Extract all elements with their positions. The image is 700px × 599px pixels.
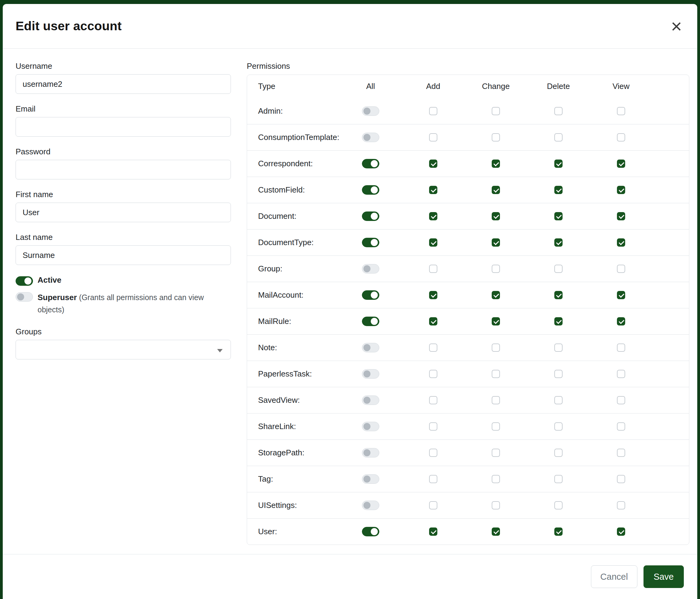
permission-change-checkbox[interactable] bbox=[492, 501, 500, 509]
permission-add-checkbox[interactable] bbox=[429, 212, 438, 220]
permission-add-checkbox[interactable] bbox=[429, 186, 438, 194]
cancel-button[interactable]: Cancel bbox=[591, 566, 638, 588]
permission-delete-checkbox[interactable] bbox=[554, 186, 562, 194]
permission-change-checkbox[interactable] bbox=[492, 343, 500, 352]
permission-delete-checkbox[interactable] bbox=[554, 265, 562, 273]
permission-add-checkbox[interactable] bbox=[429, 396, 438, 404]
permission-add-checkbox[interactable] bbox=[429, 107, 438, 115]
permission-all-toggle[interactable] bbox=[362, 264, 379, 273]
permission-view-checkbox[interactable] bbox=[617, 501, 625, 509]
username-input[interactable] bbox=[16, 74, 231, 94]
permission-view-checkbox[interactable] bbox=[617, 422, 625, 431]
permission-delete-checkbox[interactable] bbox=[554, 422, 562, 431]
active-toggle[interactable] bbox=[16, 276, 33, 286]
permission-type-label: Document: bbox=[247, 212, 339, 221]
permission-delete-checkbox[interactable] bbox=[554, 475, 562, 483]
permission-delete-checkbox[interactable] bbox=[554, 396, 562, 404]
permission-delete-checkbox[interactable] bbox=[554, 370, 562, 378]
permission-delete-checkbox[interactable] bbox=[554, 317, 562, 326]
permission-all-toggle[interactable] bbox=[362, 159, 379, 168]
permission-view-checkbox[interactable] bbox=[617, 291, 625, 299]
password-field[interactable] bbox=[16, 160, 231, 179]
permission-all-toggle[interactable] bbox=[362, 343, 379, 352]
permission-add-checkbox[interactable] bbox=[429, 449, 438, 457]
permission-change-checkbox[interactable] bbox=[492, 212, 500, 220]
permission-change-checkbox[interactable] bbox=[492, 291, 500, 299]
permission-change-checkbox[interactable] bbox=[492, 160, 500, 168]
permission-change-checkbox[interactable] bbox=[492, 133, 500, 142]
permission-all-toggle[interactable] bbox=[362, 396, 379, 405]
permission-add-checkbox[interactable] bbox=[429, 265, 438, 273]
permission-delete-checkbox[interactable] bbox=[554, 133, 562, 142]
permission-all-toggle[interactable] bbox=[362, 185, 379, 195]
permission-change-checkbox[interactable] bbox=[492, 238, 500, 247]
first-name-input[interactable] bbox=[16, 202, 231, 222]
close-icon[interactable]: × bbox=[669, 17, 684, 36]
permission-change-checkbox[interactable] bbox=[492, 422, 500, 431]
last-name-input[interactable] bbox=[16, 245, 231, 265]
permission-all-toggle[interactable] bbox=[362, 501, 379, 510]
permission-view-checkbox[interactable] bbox=[617, 475, 625, 483]
permission-view-checkbox[interactable] bbox=[617, 186, 625, 194]
permission-delete-checkbox[interactable] bbox=[554, 160, 562, 168]
permission-delete-checkbox[interactable] bbox=[554, 107, 562, 115]
permission-all-toggle[interactable] bbox=[362, 474, 379, 484]
permission-view-checkbox[interactable] bbox=[617, 343, 625, 352]
permission-delete-checkbox[interactable] bbox=[554, 238, 562, 247]
permission-delete-checkbox[interactable] bbox=[554, 527, 562, 536]
permission-change-checkbox[interactable] bbox=[492, 475, 500, 483]
permission-add-checkbox[interactable] bbox=[429, 422, 438, 431]
permission-change-checkbox[interactable] bbox=[492, 396, 500, 404]
permission-all-toggle[interactable] bbox=[362, 290, 379, 300]
permission-view-checkbox[interactable] bbox=[617, 160, 625, 168]
permission-add-checkbox[interactable] bbox=[429, 501, 438, 509]
permission-view-checkbox[interactable] bbox=[617, 396, 625, 404]
permission-add-checkbox[interactable] bbox=[429, 160, 438, 168]
permission-add-checkbox[interactable] bbox=[429, 343, 438, 352]
groups-select[interactable] bbox=[16, 340, 231, 359]
superuser-toggle[interactable] bbox=[16, 292, 33, 302]
permission-view-checkbox[interactable] bbox=[617, 265, 625, 273]
permission-change-checkbox[interactable] bbox=[492, 107, 500, 115]
permission-all-toggle[interactable] bbox=[362, 238, 379, 247]
permission-add-checkbox[interactable] bbox=[429, 317, 438, 326]
permission-all-toggle[interactable] bbox=[362, 422, 379, 431]
permission-add-checkbox[interactable] bbox=[429, 475, 438, 483]
permission-delete-checkbox[interactable] bbox=[554, 449, 562, 457]
permission-view-checkbox[interactable] bbox=[617, 317, 625, 326]
permission-view-checkbox[interactable] bbox=[617, 449, 625, 457]
permission-view-checkbox[interactable] bbox=[617, 107, 625, 115]
permission-delete-checkbox[interactable] bbox=[554, 343, 562, 352]
permission-change-checkbox[interactable] bbox=[492, 527, 500, 536]
permission-view-checkbox[interactable] bbox=[617, 527, 625, 536]
permission-change-checkbox[interactable] bbox=[492, 370, 500, 378]
permission-all-toggle[interactable] bbox=[362, 369, 379, 379]
permission-add-checkbox[interactable] bbox=[429, 291, 438, 299]
permission-change-checkbox[interactable] bbox=[492, 265, 500, 273]
permission-all-toggle[interactable] bbox=[362, 212, 379, 221]
permission-change-checkbox[interactable] bbox=[492, 317, 500, 326]
permission-all-toggle[interactable] bbox=[362, 527, 379, 536]
permission-view-checkbox[interactable] bbox=[617, 133, 625, 142]
permission-add-checkbox[interactable] bbox=[429, 370, 438, 378]
permission-view-checkbox[interactable] bbox=[617, 212, 625, 220]
permission-delete-checkbox[interactable] bbox=[554, 212, 562, 220]
permission-delete-checkbox[interactable] bbox=[554, 501, 562, 509]
groups-label: Groups bbox=[16, 327, 231, 336]
permission-add-checkbox[interactable] bbox=[429, 133, 438, 142]
permission-all-toggle[interactable] bbox=[362, 317, 379, 326]
permission-type-label: SavedView: bbox=[247, 396, 339, 405]
permission-delete-checkbox[interactable] bbox=[554, 291, 562, 299]
permission-view-checkbox[interactable] bbox=[617, 370, 625, 378]
permission-type-label: MailRule: bbox=[247, 317, 339, 326]
save-button[interactable]: Save bbox=[644, 566, 684, 588]
permission-all-toggle[interactable] bbox=[362, 448, 379, 457]
permission-add-checkbox[interactable] bbox=[429, 238, 438, 247]
permission-change-checkbox[interactable] bbox=[492, 449, 500, 457]
permission-view-checkbox[interactable] bbox=[617, 238, 625, 247]
permission-add-checkbox[interactable] bbox=[429, 527, 438, 536]
permission-all-toggle[interactable] bbox=[362, 133, 379, 142]
permission-change-checkbox[interactable] bbox=[492, 186, 500, 194]
email-field[interactable] bbox=[16, 117, 231, 137]
permission-all-toggle[interactable] bbox=[362, 106, 379, 116]
